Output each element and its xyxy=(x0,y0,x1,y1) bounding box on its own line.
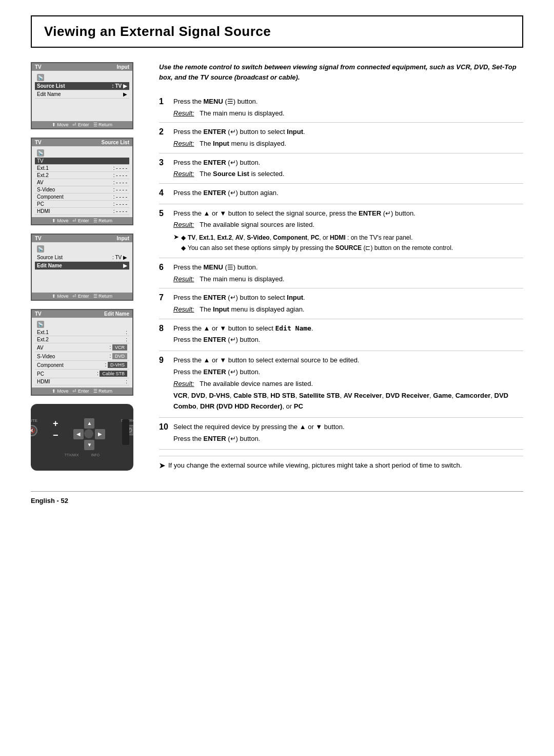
step-num-6: 6 xyxy=(159,262,173,284)
tv-footer-1: ⬆ Move ⏎ Enter ☰ Return xyxy=(32,121,132,128)
icon-2: 📡 xyxy=(37,149,44,157)
result-text-1: The main menu is displayed. xyxy=(200,108,284,119)
mute-btn[interactable]: 🔇 xyxy=(31,425,37,436)
step-content-7: Press the ENTER (↵) button to select Inp… xyxy=(173,293,523,314)
step-num-2: 2 xyxy=(159,127,173,148)
step-num-3: 3 xyxy=(159,158,173,179)
step-3: 3 Press the ENTER (↵) button. Result: Th… xyxy=(159,153,523,184)
tv-label-3: TV xyxy=(35,236,42,241)
result-label-3: Result: xyxy=(173,169,196,179)
step-9: 9 Press the ▲ or ▼ button to select exte… xyxy=(159,351,523,418)
menu-title-4: Edit Name xyxy=(104,311,129,317)
tv-row-ext2: Ext.2 : - - - - xyxy=(35,172,129,179)
step-num-9: 9 xyxy=(159,355,173,413)
page-number: English - 52 xyxy=(31,497,68,505)
result-text-3: The Source List is selected. xyxy=(200,169,284,179)
tv-row-component: Component : - - - - xyxy=(35,193,129,201)
tv-row-source-list-3: Source List : TV ▶ xyxy=(35,254,129,262)
result-label-6: Result: xyxy=(173,274,196,284)
bullet-5-1: ◆ TV, Ext.1, Ext.2, AV, S-Video, Compone… xyxy=(181,233,453,242)
tv-edit-ext2: Ext.2 : xyxy=(35,336,129,343)
nav-left[interactable]: ◀ xyxy=(73,429,84,439)
nav-down[interactable]: ▼ xyxy=(84,440,94,450)
result-text-9: The available device names are listed. xyxy=(200,379,313,389)
step-content-8: Press the ▲ or ▼ button to select Edit N… xyxy=(173,323,523,347)
arrow-icon-5: ➤ xyxy=(173,232,179,243)
step-num-1: 1 xyxy=(159,96,173,118)
tv-row-pc: PC : - - - - xyxy=(35,201,129,208)
result-label-2: Result: xyxy=(173,139,196,149)
tv-footer-2: ⬆ Move ⏎ Enter ☰ Return xyxy=(32,217,132,224)
tv-row-hdmi: HDMI : - - - - xyxy=(35,208,129,215)
result-label-7: Result: xyxy=(173,304,196,315)
left-panel: TV Input 📡 Source List : TV ▶ Edit Name … xyxy=(31,62,144,476)
menu-title-2: Source List xyxy=(102,140,129,145)
nav-up[interactable]: ▲ xyxy=(84,418,94,429)
step-num-4: 4 xyxy=(159,188,173,200)
nav-cross: ▲ ◀ ▶ ▼ xyxy=(73,418,105,450)
icon-3: 📡 xyxy=(37,245,44,253)
page-title: Viewing an External Signal Source xyxy=(44,24,510,40)
right-panel: Use the remote control to switch between… xyxy=(159,62,523,476)
tv-edit-svideo: S-Video : DVD xyxy=(35,352,129,361)
step-6: 6 Press the MENU (☰) button. Result: The… xyxy=(159,258,523,288)
step-content-1: Press the MENU (☰) button. Result: The m… xyxy=(173,96,523,118)
tv-label-4: TV xyxy=(35,311,42,317)
result-text-2: The Input menu is displayed. xyxy=(200,139,286,149)
minus-btn[interactable]: − xyxy=(53,430,58,441)
step-num-10: 10 xyxy=(159,422,173,445)
tv-edit-ext1: Ext.1 : xyxy=(35,329,129,336)
tv-row-tv: TV xyxy=(35,158,129,165)
result-label-5: Result: xyxy=(173,220,196,230)
footer-note-text: If you change the external source while … xyxy=(168,460,462,471)
step-8: 8 Press the ▲ or ▼ button to select Edit… xyxy=(159,319,523,352)
tv-label-2: TV xyxy=(35,140,42,145)
result-label-1: Result: xyxy=(173,108,196,119)
tv-footer-4: ⬆ Move ⏎ Enter ☰ Return xyxy=(32,387,132,395)
plus-btn[interactable]: + xyxy=(53,418,58,429)
steps-container: 1 Press the MENU (☰) button. Result: The… xyxy=(159,92,523,450)
step-content-10: Select the required device by pressing t… xyxy=(173,422,523,445)
step-num-7: 7 xyxy=(159,293,173,314)
menu-title-3: Input xyxy=(117,236,129,241)
tv-screen-2: TV Source List 📡 TV Ext.1 : - - - - Ext.… xyxy=(31,138,133,225)
tv-row-ext1: Ext.1 : - - - - xyxy=(35,165,129,172)
step-content-4: Press the ENTER (↵) button agian. xyxy=(173,188,523,200)
result-text-6: The main menu is displayed. xyxy=(200,274,284,284)
step-2: 2 Press the ENTER (↵) button to select I… xyxy=(159,123,523,153)
footer-arrow-icon: ➤ xyxy=(159,460,165,471)
icon-1: 📡 xyxy=(37,74,44,81)
intro-text: Use the remote control to switch between… xyxy=(159,62,523,82)
step-1: 1 Press the MENU (☰) button. Result: The… xyxy=(159,92,523,123)
remote-side-button xyxy=(122,419,129,445)
tv-edit-pc: PC : Cable STB xyxy=(35,370,129,378)
tv-screen-3: TV Input 📡 Source List : TV ▶ Edit Name … xyxy=(31,234,133,301)
step-content-6: Press the MENU (☰) button. Result: The m… xyxy=(173,262,523,284)
tv-edit-hdmi: HDMI : xyxy=(35,378,129,385)
page-title-box: Viewing an External Signal Source xyxy=(31,15,523,48)
tv-row-edit-name: Edit Name ▶ xyxy=(35,90,129,99)
nav-ok[interactable] xyxy=(84,429,93,438)
step-content-5: Press the ▲ or ▼ button to select the si… xyxy=(173,208,523,254)
tv-row-av: AV : - - - - xyxy=(35,179,129,186)
step-num-8: 8 xyxy=(159,323,173,347)
icon-4: 📡 xyxy=(37,321,44,328)
tv-row-svideo: S-Video : - - - - xyxy=(35,186,129,193)
tv-label-1: TV xyxy=(35,64,42,70)
menu-title-1: Input xyxy=(117,64,129,70)
step-content-3: Press the ENTER (↵) button. Result: The … xyxy=(173,158,523,179)
tv-screen-4: TV Edit Name 📡 Ext.1 : Ext.2 : AV : xyxy=(31,309,133,396)
tv-screen-1: TV Input 📡 Source List : TV ▶ Edit Name … xyxy=(31,62,133,129)
tv-edit-av: AV : VCR xyxy=(35,343,129,352)
step-5: 5 Press the ▲ or ▼ button to select the … xyxy=(159,204,523,258)
tv-row-source-list: Source List : TV ▶ xyxy=(35,82,129,90)
tv-row-edit-name-3: Edit Name ▶ xyxy=(35,262,129,270)
step-num-5: 5 xyxy=(159,208,173,254)
step-7: 7 Press the ENTER (↵) button to select I… xyxy=(159,288,523,319)
tv-footer-3: ⬆ Move ⏎ Enter ☰ Return xyxy=(32,293,132,300)
nav-right[interactable]: ▶ xyxy=(95,429,105,439)
tv-edit-component: Component : D-VHS xyxy=(35,361,129,370)
step-content-2: Press the ENTER (↵) button to select Inp… xyxy=(173,127,523,148)
remote-control: MUTE 🔇 + − ▲ ◀ ▶ ▼ xyxy=(31,404,133,471)
step-4: 4 Press the ENTER (↵) button agian. xyxy=(159,184,523,204)
